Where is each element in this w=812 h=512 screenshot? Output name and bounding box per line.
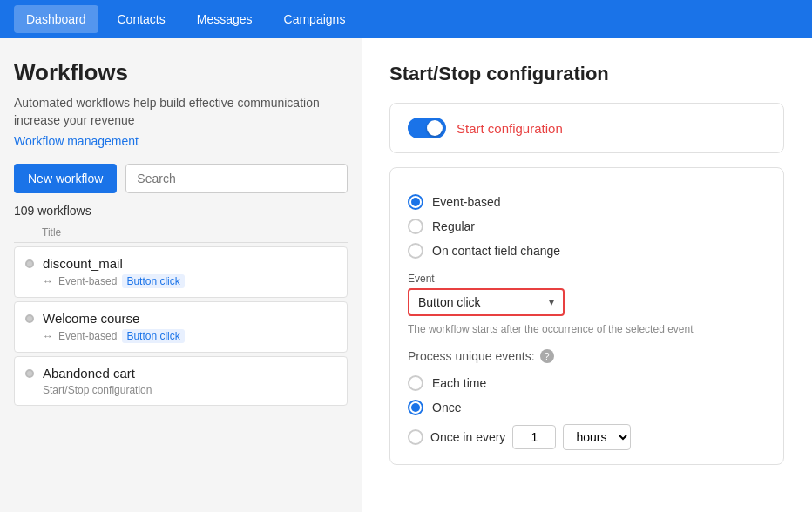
radio-each-time[interactable]: Each time xyxy=(408,375,766,391)
radio-circle-contact-field xyxy=(408,243,423,259)
start-config-toggle[interactable] xyxy=(408,118,446,138)
workflow-list: discount_mail ↔ Event-based Button click… xyxy=(14,246,348,406)
start-config-section: Start configuration xyxy=(389,103,784,153)
left-panel: Workflows Automated workflows help build… xyxy=(0,38,362,512)
status-dot xyxy=(25,369,34,378)
toggle-thumb xyxy=(427,120,443,136)
list-item[interactable]: Abandoned cart Start/Stop configuration xyxy=(14,356,348,406)
new-workflow-button[interactable]: New workflow xyxy=(14,164,117,193)
event-section: Event Button click ▾ The workflow starts… xyxy=(408,273,766,335)
radio-label-contact-field: On contact field change xyxy=(432,244,560,258)
once-in-every-input[interactable] xyxy=(512,425,556,449)
radio-label-regular: Regular xyxy=(432,219,475,233)
hours-dropdown[interactable]: hours xyxy=(563,424,631,450)
radio-once-in-every[interactable]: Once in every hours xyxy=(408,424,766,450)
process-label: Process unique events: xyxy=(408,349,535,363)
nav-contacts[interactable]: Contacts xyxy=(105,5,178,33)
event-label: Event xyxy=(408,273,766,285)
toggle-track[interactable] xyxy=(408,118,446,138)
help-icon[interactable]: ? xyxy=(540,349,554,363)
top-navigation: Dashboard Contacts Messages Campaigns xyxy=(0,0,812,38)
trigger-type-section: Event-based Regular On contact field cha… xyxy=(389,167,784,465)
radio-circle-each-time xyxy=(408,375,423,391)
main-content: Workflows Automated workflows help build… xyxy=(0,38,812,512)
table-header: Title xyxy=(14,223,348,243)
process-radio-group: Each time Once Once in every hours xyxy=(408,375,766,450)
status-dot xyxy=(25,259,34,268)
meta-type: Event-based xyxy=(58,275,117,287)
list-item[interactable]: discount_mail ↔ Event-based Button click xyxy=(14,246,348,298)
nav-campaigns[interactable]: Campaigns xyxy=(272,5,358,33)
radio-circle-regular xyxy=(408,219,423,234)
start-config-label: Start configuration xyxy=(457,121,563,136)
page-title: Workflows xyxy=(14,59,348,86)
radio-circle-once xyxy=(408,400,423,415)
workflow-name: discount_mail xyxy=(43,256,336,271)
radio-circle-once-in-every xyxy=(408,429,423,445)
toolbar: New workflow xyxy=(14,164,348,193)
radio-label-event-based: Event-based xyxy=(432,195,501,209)
meta-type: Event-based xyxy=(58,330,117,342)
nav-messages[interactable]: Messages xyxy=(185,5,265,33)
event-dropdown-value: Button click xyxy=(418,295,481,309)
config-title: Start/Stop configuration xyxy=(389,63,784,85)
radio-once[interactable]: Once xyxy=(408,400,766,415)
event-dropdown[interactable]: Button click ▾ xyxy=(408,288,565,316)
workflow-name: Abandoned cart xyxy=(43,366,336,381)
workflow-count: 109 workflows xyxy=(14,204,348,218)
process-unique-section: Process unique events: ? Each time Once xyxy=(408,349,766,450)
meta-arrow-icon: ↔ xyxy=(43,275,53,287)
workflows-description: Automated workflows help build effective… xyxy=(14,95,348,129)
list-item[interactable]: Welcome course ↔ Event-based Button clic… xyxy=(14,301,348,353)
chevron-down-icon: ▾ xyxy=(549,296,554,308)
meta-event-badge: Button click xyxy=(122,329,184,343)
status-dot xyxy=(25,314,34,323)
radio-group: Event-based Regular On contact field cha… xyxy=(408,194,766,259)
radio-circle-event-based xyxy=(408,194,423,210)
search-input[interactable] xyxy=(125,164,348,193)
workflow-management-link[interactable]: Workflow management xyxy=(14,134,139,148)
process-label-row: Process unique events: ? xyxy=(408,349,766,363)
workflow-meta: ↔ Event-based Button click xyxy=(43,274,336,288)
radio-label-each-time: Each time xyxy=(432,376,486,390)
start-config-row: Start configuration xyxy=(408,118,766,138)
radio-contact-field[interactable]: On contact field change xyxy=(408,243,766,259)
right-panel: Start/Stop configuration Start configura… xyxy=(362,38,812,512)
radio-event-based[interactable]: Event-based xyxy=(408,194,766,210)
workflow-name: Welcome course xyxy=(43,311,336,326)
radio-label-once-in-every: Once in every xyxy=(430,430,505,444)
workflow-meta: ↔ Event-based Button click xyxy=(43,329,336,343)
nav-dashboard[interactable]: Dashboard xyxy=(14,5,98,33)
meta-event-badge: Button click xyxy=(122,274,184,288)
meta-arrow-icon: ↔ xyxy=(43,330,53,342)
event-hint: The workflow starts after the occurrence… xyxy=(408,323,766,335)
workflow-sub: Start/Stop configuration xyxy=(43,384,336,396)
radio-label-once: Once xyxy=(432,401,461,414)
radio-regular[interactable]: Regular xyxy=(408,219,766,234)
